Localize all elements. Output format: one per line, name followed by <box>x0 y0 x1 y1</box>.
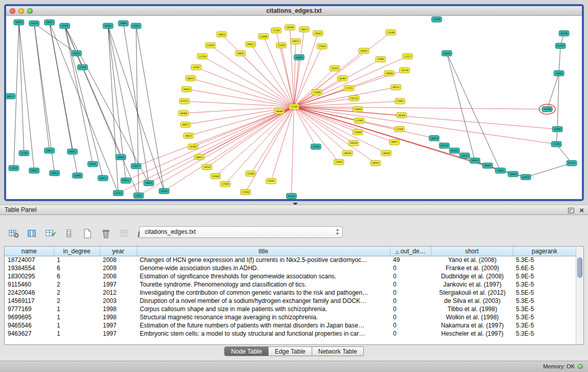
minimize-window-button[interactable] <box>18 8 24 14</box>
graph-node[interactable]: 18914 <box>460 153 470 159</box>
window-titlebar[interactable]: citations_edges.txt <box>6 6 582 16</box>
graph-node[interactable]: 17564 <box>220 181 230 187</box>
graph-node[interactable]: 18534 <box>342 150 353 156</box>
float-panel-icon[interactable] <box>568 208 574 213</box>
table-columns-icon[interactable] <box>26 228 39 240</box>
column-header[interactable]: in_degree <box>54 247 100 256</box>
graph-node[interactable]: 15344 <box>311 144 321 149</box>
column-header[interactable]: name <box>5 247 54 256</box>
graph-node[interactable]: 16044 <box>552 126 562 132</box>
tab-network-table[interactable]: Network Table <box>312 346 364 356</box>
table-row[interactable]: 946554611997Estimation of the future num… <box>5 321 576 330</box>
graph-node[interactable]: 20493 <box>103 23 113 29</box>
graph-node[interactable]: 17771 <box>344 85 354 91</box>
table-row[interactable]: 1872400712008Changes of HCN gene express… <box>5 256 576 264</box>
graph-node[interactable]: 87919 <box>439 143 449 148</box>
graph-node[interactable]: 22040 <box>353 129 363 135</box>
graph-node[interactable]: 24210 <box>29 20 39 26</box>
column-header[interactable]: year <box>100 247 137 256</box>
graph-node[interactable]: 72544 <box>246 171 256 177</box>
graph-node[interactable]: 19341 <box>159 188 169 194</box>
graph-node[interactable]: 19716 <box>349 96 359 101</box>
graph-node[interactable]: 23351 <box>113 190 123 196</box>
graph-node[interactable]: 18679 <box>429 136 439 141</box>
table-scrollbar-thumb[interactable] <box>577 257 582 278</box>
graph-node[interactable]: 19364 <box>210 173 221 179</box>
graph-node[interactable]: 19051 <box>45 148 55 154</box>
table-row[interactable]: 1456911722003Disruption of a novel membe… <box>5 297 576 305</box>
graph-node[interactable]: 21871 <box>131 163 141 169</box>
table-settings-icon[interactable] <box>7 228 20 240</box>
graph-node[interactable]: 18300 <box>274 108 285 114</box>
graph-node[interactable]: 76254 <box>202 164 212 170</box>
graph-node[interactable]: 21934 <box>77 64 88 70</box>
table-row[interactable]: 946362711997Embryonic stem cells: a mode… <box>5 330 576 338</box>
graph-node[interactable]: 19613 <box>291 38 301 44</box>
column-header[interactable]: title <box>137 247 390 256</box>
table-row[interactable]: 977716911998Corpus callosum shape and si… <box>5 305 576 313</box>
graph-node[interactable]: 18513 <box>6 94 15 99</box>
close-panel-icon[interactable]: × <box>579 206 584 214</box>
table-rows-icon[interactable] <box>62 228 76 240</box>
graph-node[interactable]: 12754 <box>197 54 207 59</box>
column-header[interactable]: △out_de… <box>390 247 431 256</box>
graph-node[interactable]: 12104 <box>354 118 364 123</box>
graph-node[interactable]: 18462 <box>144 180 154 186</box>
graph-node[interactable]: 22410 <box>205 42 215 48</box>
graph-node[interactable]: 92734 <box>555 43 565 49</box>
table-row[interactable]: 1830029562008Estimation of significance … <box>5 272 576 280</box>
delete-table-icon[interactable] <box>99 228 113 240</box>
table-row[interactable]: 969969511998Structural magnetic resonanc… <box>5 313 576 321</box>
network-table-select[interactable]: citations_edges.txt ▲▼ <box>139 226 343 238</box>
graph-node[interactable]: 18919 <box>470 158 480 164</box>
graph-node[interactable]: 18542 <box>371 160 381 166</box>
table-row[interactable]: 1938455462009Genome-wide association stu… <box>5 264 576 272</box>
graph-node[interactable]: 20545 <box>88 161 98 167</box>
table-row[interactable]: 2242004622012Investigating the contribut… <box>5 289 576 297</box>
graph-node[interactable]: 21254 <box>276 42 287 48</box>
graph-node[interactable]: 18900 <box>72 173 82 179</box>
graph-node[interactable]: 76341 <box>266 179 276 184</box>
graph-node[interactable]: 89192 <box>449 148 460 154</box>
graph-node[interactable]: 11548 <box>386 30 396 35</box>
network-view-window[interactable]: citations_edges.txt 17240188532241012754… <box>4 4 584 201</box>
graph-node[interactable]: 92450 <box>521 174 531 180</box>
graph-node[interactable]: 11604 <box>353 106 363 112</box>
graph-node[interactable]: 42751 <box>179 98 189 104</box>
graph-node[interactable]: 18130 <box>431 16 442 22</box>
graph-node[interactable]: 18012 <box>194 155 204 160</box>
graph-node[interactable]: 19645 <box>495 168 506 173</box>
graph-node[interactable]: 30675 <box>185 76 195 81</box>
graph-node[interactable]: 16261 <box>330 65 340 71</box>
tab-edge-table[interactable]: Edge Table <box>269 346 312 356</box>
graph-node[interactable]: 18465 <box>508 171 518 177</box>
graph-node[interactable]: 11607 <box>395 98 405 104</box>
graph-node[interactable]: 14943 <box>554 71 564 76</box>
graph-node[interactable]: 16640 <box>294 55 304 60</box>
graph-node[interactable]: 18751 <box>391 84 401 90</box>
graph-node[interactable]: 19091 <box>235 51 246 56</box>
table-header-row[interactable]: namein_degreeyeartitle△out_de…shortpager… <box>5 247 576 256</box>
graph-node[interactable]: 18549 <box>381 150 391 156</box>
graph-node[interactable]: 18914 <box>181 86 191 92</box>
graph-node[interactable]: 59053 <box>50 170 60 176</box>
graph-node[interactable]: 16540 <box>285 25 295 30</box>
graph-node[interactable]: 23452 <box>134 193 144 199</box>
column-header[interactable]: pagerank <box>513 247 576 256</box>
graph-node[interactable]: 18671 <box>183 133 193 139</box>
column-header[interactable]: short <box>431 247 513 256</box>
graph-node[interactable]: 11544 <box>395 126 405 132</box>
network-canvas[interactable]: 1724018853224101275414202306751891442751… <box>6 16 582 199</box>
graph-node[interactable]: 90513 <box>121 178 131 184</box>
table-row[interactable]: 911546021997Tourette syndrome. Phenomeno… <box>5 280 576 289</box>
graph-node[interactable]: 20351 <box>71 51 81 56</box>
graph-node[interactable]: 16381 <box>188 144 198 149</box>
graph-node[interactable]: 95194 <box>559 31 569 36</box>
graph-node[interactable]: 18853 <box>216 32 227 37</box>
graph-node[interactable]: 14004 <box>118 20 128 26</box>
graph-node[interactable]: 24503 <box>359 48 369 54</box>
graph-node[interactable]: 60012 <box>246 41 256 47</box>
table-scrollbar[interactable] <box>576 247 583 344</box>
graph-node[interactable]: 19361 <box>131 23 141 29</box>
graph-node[interactable]: 17594 <box>241 189 251 195</box>
